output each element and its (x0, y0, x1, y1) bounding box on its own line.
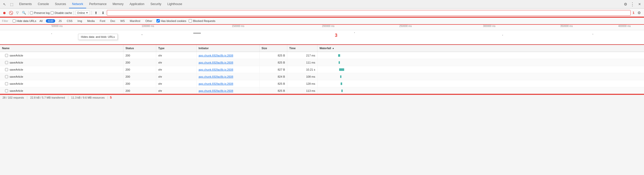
td-size-3: 824 B (260, 73, 287, 80)
th-name[interactable]: Name (0, 44, 123, 52)
td-type-2: xhr (156, 66, 197, 73)
waterfall-cell-4 (319, 80, 343, 87)
td-name-5: saveArticle (0, 87, 123, 94)
chip-ws[interactable]: WS (118, 19, 126, 23)
tab-sources[interactable]: Sources (52, 0, 69, 8)
table-row[interactable]: saveArticle 200 xhr app.chunk.692fac8b.j… (0, 73, 644, 80)
td-status-4: 200 (123, 80, 156, 87)
toolbar-divider-3 (91, 11, 92, 15)
network-settings-icon[interactable]: ⚙ (635, 9, 642, 16)
td-initiator-4[interactable]: app.chunk.692fac8b.js:2608 (197, 80, 260, 87)
record-btn[interactable]: ⏺ (2, 10, 7, 16)
td-time-1: 111 ms (287, 59, 317, 66)
tick-100000: 100000 ms (142, 25, 154, 27)
tab-performance[interactable]: Performance (86, 0, 110, 8)
waterfall-bar-2 (339, 68, 344, 71)
search-icon[interactable]: 🔍 (21, 10, 27, 16)
tick-50000: 50000 ms (51, 25, 62, 27)
chip-media[interactable]: Media (85, 19, 96, 23)
row-checkbox-0[interactable] (5, 54, 8, 57)
td-initiator-2[interactable]: app.chunk.692fac8b.js:2608 (197, 66, 260, 73)
chip-font[interactable]: Font (98, 19, 107, 23)
tab-application[interactable]: Application (126, 0, 147, 8)
td-waterfall-5 (317, 87, 644, 94)
tab-security[interactable]: Security (147, 0, 164, 8)
preserve-log-input[interactable] (30, 11, 33, 14)
preserve-log-checkbox[interactable]: Preserve log (30, 11, 50, 14)
disable-cache-checkbox[interactable]: Disable cache (51, 11, 72, 14)
td-waterfall-0 (317, 52, 644, 59)
timeline-bar-5 (593, 34, 593, 35)
has-blocked-cookies-checkbox[interactable]: Has blocked cookies (156, 19, 186, 22)
tab-memory[interactable]: Memory (110, 0, 126, 8)
table-row[interactable]: saveArticle 200 xhr app.chunk.692fac8b.j… (0, 52, 644, 59)
td-type-4: xhr (156, 80, 197, 87)
toolbar-divider-1 (28, 11, 28, 15)
filter-row: Filter Hide data URLs All XHR JS CSS Img… (0, 17, 644, 25)
url-filter-input[interactable] (107, 10, 631, 16)
timeline-ruler: 50000 ms 100000 ms 150000 ms 200000 ms 2… (0, 25, 644, 30)
th-time[interactable]: Time (287, 44, 317, 52)
clear-btn[interactable]: 🚫 (8, 10, 14, 16)
tick-150000: 150000 ms (232, 25, 244, 27)
download-icon[interactable]: ⬇ (100, 10, 106, 16)
close-icon[interactable]: ✕ (636, 1, 643, 8)
chip-all[interactable]: All (38, 19, 44, 23)
devtools-toggle-btn[interactable]: ↖ (1, 1, 8, 8)
tab-console[interactable]: Console (35, 0, 52, 8)
chip-doc[interactable]: Doc (109, 19, 117, 23)
th-type[interactable]: Type (156, 44, 197, 52)
td-type-1: xhr (156, 59, 197, 66)
devtools-dock-btn[interactable]: ⬚ (8, 1, 15, 8)
td-status-2: 200 (123, 66, 156, 73)
hide-data-urls-input[interactable] (13, 19, 16, 22)
tab-network[interactable]: Network (69, 0, 86, 8)
chevron-down-icon: ▼ (86, 12, 88, 14)
filter-icon[interactable]: ▽ (15, 10, 20, 16)
td-name-4: saveArticle (0, 80, 123, 87)
td-initiator-5[interactable]: app.chunk.692fac8b.js:2608 (197, 87, 260, 94)
tick-250000: 250000 ms (399, 25, 412, 27)
blocked-requests-checkbox[interactable]: Blocked Requests (189, 19, 215, 22)
th-size[interactable]: Size (260, 44, 287, 52)
import-export-group: ⬆ ⬇ (93, 10, 106, 16)
chip-manifest[interactable]: Manifest (128, 19, 142, 23)
th-status[interactable]: Status (123, 44, 156, 52)
hide-data-urls-checkbox[interactable]: Hide data URLs (13, 19, 36, 22)
status-annotation-5: 5 (110, 96, 112, 99)
row-checkbox-5[interactable] (5, 89, 8, 92)
chip-img[interactable]: Img (76, 19, 84, 23)
th-initiator[interactable]: Initiator (197, 44, 260, 52)
td-time-2: 10.21 s (287, 66, 317, 73)
throttle-select[interactable]: Online ▼ (75, 11, 90, 15)
table-row[interactable]: saveArticle 200 xhr app.chunk.692fac8b.j… (0, 87, 644, 94)
disable-cache-input[interactable] (51, 11, 54, 14)
row-checkbox-4[interactable] (5, 82, 8, 85)
chip-other[interactable]: Other (144, 19, 154, 23)
chip-css[interactable]: CSS (65, 19, 74, 23)
row-checkbox-1[interactable] (5, 61, 8, 64)
td-name-2: saveArticle (0, 66, 123, 73)
row-checkbox-3[interactable] (5, 75, 8, 78)
chip-js[interactable]: JS (57, 19, 63, 23)
table-row[interactable]: saveArticle 200 xhr app.chunk.692fac8b.j… (0, 66, 644, 73)
table-header-row: Name Status Type Initiator Size Time Wat… (0, 44, 644, 52)
table-row[interactable]: saveArticle 200 xhr app.chunk.692fac8b.j… (0, 59, 644, 66)
td-waterfall-4 (317, 80, 644, 87)
blocked-requests-input[interactable] (189, 19, 192, 22)
tab-lighthouse[interactable]: Lighthouse (164, 0, 185, 8)
upload-icon[interactable]: ⬆ (93, 10, 99, 16)
td-type-5: xhr (156, 87, 197, 94)
table-row[interactable]: saveArticle 200 xhr app.chunk.692fac8b.j… (0, 80, 644, 87)
tooltip-hide-data-urls: Hides data: and blob: URLs (78, 34, 118, 40)
td-initiator-3[interactable]: app.chunk.692fac8b.js:2608 (197, 73, 260, 80)
td-initiator-1[interactable]: app.chunk.692fac8b.js:2608 (197, 59, 260, 66)
more-icon[interactable]: ⋮ (629, 1, 636, 8)
settings-icon[interactable]: ⚙ (622, 1, 629, 8)
chip-xhr[interactable]: XHR (46, 19, 55, 23)
td-initiator-0[interactable]: app.chunk.692fac8b.js:2608 (197, 52, 260, 59)
th-waterfall[interactable]: Waterfall ▲ (317, 44, 644, 52)
row-checkbox-2[interactable] (5, 68, 8, 71)
has-blocked-cookies-input[interactable] (156, 19, 160, 22)
tab-elements[interactable]: Elements (16, 0, 35, 8)
